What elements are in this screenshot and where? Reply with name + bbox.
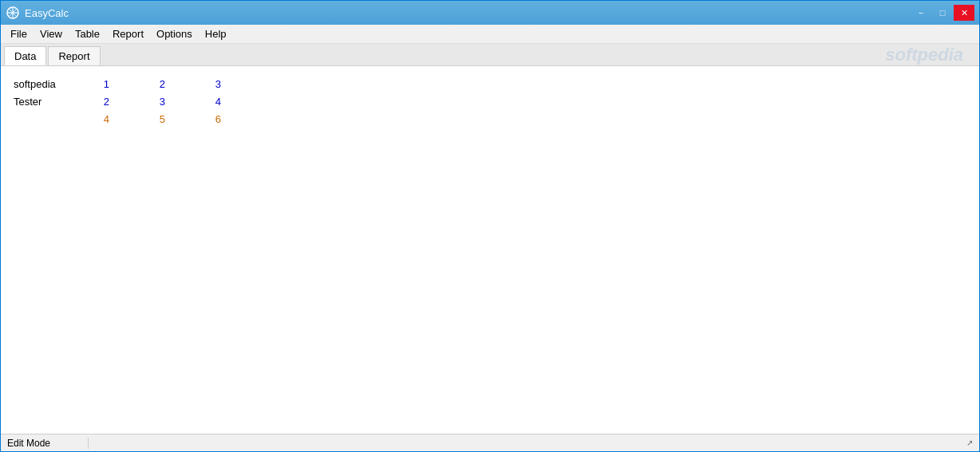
status-bar: Edit Mode ↗ (1, 434, 979, 451)
menu-item-report[interactable]: Report (106, 26, 150, 43)
row3-col2: 5 (125, 113, 181, 125)
menu-item-help[interactable]: Help (199, 26, 233, 43)
row2-label: Tester (14, 96, 69, 108)
table-row: softpedia 1 2 3 (14, 76, 966, 92)
table-row: Tester 2 3 4 (14, 93, 966, 109)
row2-col1: 2 (69, 96, 125, 108)
title-bar-left: EasyCalc (6, 6, 69, 20)
data-area: softpedia 1 2 3 Tester 2 3 4 4 5 6 (7, 73, 973, 132)
title-bar: EasyCalc − □ ✕ (1, 1, 979, 25)
tab-report[interactable]: Report (48, 46, 100, 65)
menu-item-table[interactable]: Table (69, 26, 106, 43)
main-content: softpedia 1 2 3 Tester 2 3 4 4 5 6 (1, 66, 979, 434)
row1-col3: 3 (181, 78, 237, 90)
menu-item-options[interactable]: Options (150, 26, 199, 43)
minimize-button[interactable]: − (911, 5, 931, 21)
title-bar-controls: − □ ✕ (911, 5, 974, 21)
watermark: softpedia (885, 45, 963, 65)
table-row: 4 5 6 (14, 111, 966, 127)
menu-bar: FileViewTableReportOptionsHelp (1, 25, 979, 44)
status-mode: Edit Mode (1, 438, 89, 449)
menu-item-file[interactable]: File (4, 26, 34, 43)
tab-data[interactable]: Data (4, 46, 46, 65)
row1-label: softpedia (14, 78, 69, 90)
window-title: EasyCalc (25, 7, 69, 19)
row3-col1: 4 (69, 113, 125, 125)
row2-col2: 3 (125, 96, 181, 108)
tab-bar: Data Report softpedia (1, 44, 979, 66)
row3-col3: 6 (181, 113, 237, 125)
close-button[interactable]: ✕ (954, 5, 974, 21)
app-icon (6, 6, 20, 20)
row1-col2: 2 (125, 78, 181, 90)
row1-col1: 1 (69, 78, 125, 90)
menu-item-view[interactable]: View (34, 26, 69, 43)
main-window: EasyCalc − □ ✕ FileViewTableReportOption… (0, 0, 980, 452)
restore-button[interactable]: □ (932, 5, 953, 21)
row2-col3: 4 (181, 96, 237, 108)
scroll-indicator: ↗ (963, 437, 976, 450)
